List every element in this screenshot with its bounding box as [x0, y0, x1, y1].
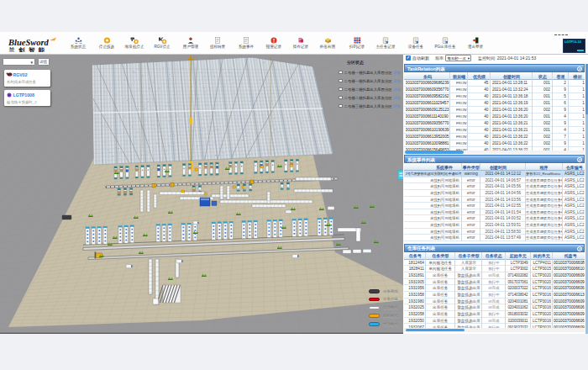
- svg-text:兰剑智能: 兰剑智能: [8, 46, 49, 53]
